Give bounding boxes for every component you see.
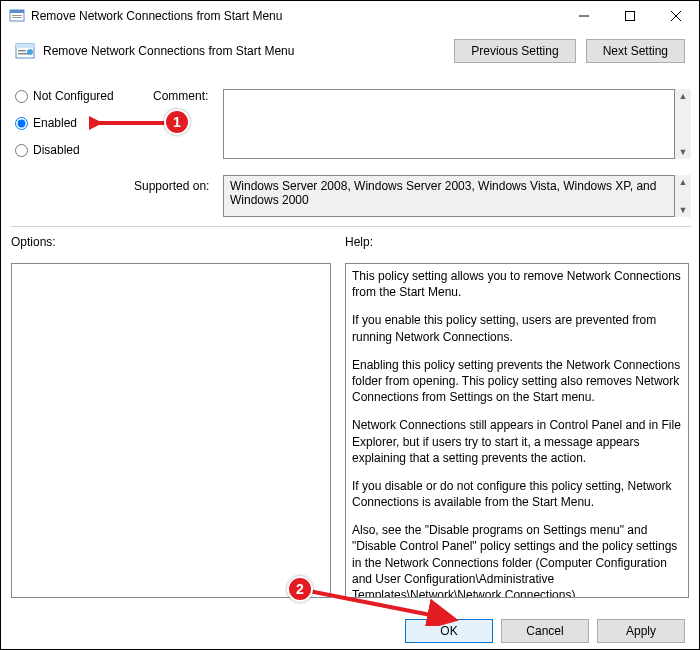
subheader: Remove Network Connections from Start Me… [1,31,699,69]
maximize-button[interactable] [607,1,653,31]
radio-enabled-label: Enabled [33,116,77,130]
apply-button[interactable]: Apply [597,619,685,643]
help-paragraph: Network Connections still appears in Con… [352,417,682,466]
comment-label: Comment: [153,89,208,103]
help-paragraph: Enabling this policy setting prevents th… [352,357,682,406]
state-radio-group: Not Configured Enabled Disabled [15,89,114,157]
help-paragraph: If you enable this policy setting, users… [352,312,682,344]
cancel-button[interactable]: Cancel [501,619,589,643]
svg-rect-10 [18,50,26,52]
svg-rect-9 [16,44,34,48]
scroll-up-icon: ▲ [677,175,690,189]
help-panel[interactable]: This policy setting allows you to remove… [345,263,689,598]
supported-on-box: Windows Server 2008, Windows Server 2003… [223,175,675,217]
scroll-down-icon: ▼ [677,145,690,159]
radio-enabled[interactable]: Enabled [15,116,114,130]
next-setting-button[interactable]: Next Setting [586,39,685,63]
comment-scrollbar[interactable]: ▲ ▼ [675,89,691,159]
close-button[interactable] [653,1,699,31]
minimize-button[interactable] [561,1,607,31]
help-paragraph: Also, see the "Disable programs on Setti… [352,522,682,598]
policy-name-label: Remove Network Connections from Start Me… [43,44,454,58]
radio-disabled[interactable]: Disabled [15,143,114,157]
titlebar: Remove Network Connections from Start Me… [1,1,699,31]
help-paragraph: This policy setting allows you to remove… [352,268,682,300]
ok-button[interactable]: OK [405,619,493,643]
options-panel [11,263,331,598]
radio-not-configured-input[interactable] [15,90,28,103]
scroll-up-icon: ▲ [677,89,690,103]
policy-icon [9,8,25,24]
radio-disabled-input[interactable] [15,144,28,157]
svg-rect-1 [10,10,24,13]
radio-not-configured[interactable]: Not Configured [15,89,114,103]
previous-setting-button[interactable]: Previous Setting [454,39,575,63]
window-title: Remove Network Connections from Start Me… [31,9,561,23]
radio-disabled-label: Disabled [33,143,80,157]
supported-on-label: Supported on: [134,179,209,193]
svg-point-12 [27,49,33,55]
radio-enabled-input[interactable] [15,117,28,130]
svg-rect-3 [12,17,22,18]
options-label: Options: [11,235,56,249]
supported-scrollbar[interactable]: ▲ ▼ [675,175,691,217]
scroll-down-icon: ▼ [677,203,690,217]
help-paragraph: If you disable or do not configure this … [352,478,682,510]
svg-rect-2 [12,15,22,16]
policy-icon [15,41,35,61]
radio-not-configured-label: Not Configured [33,89,114,103]
comment-textarea[interactable] [223,89,675,159]
separator [11,226,691,227]
help-label: Help: [345,235,373,249]
annotation-badge-1: 1 [164,109,190,135]
dialog-buttons: OK Cancel Apply [1,619,699,643]
svg-rect-5 [626,12,635,21]
window-frame: Remove Network Connections from Start Me… [0,0,700,650]
